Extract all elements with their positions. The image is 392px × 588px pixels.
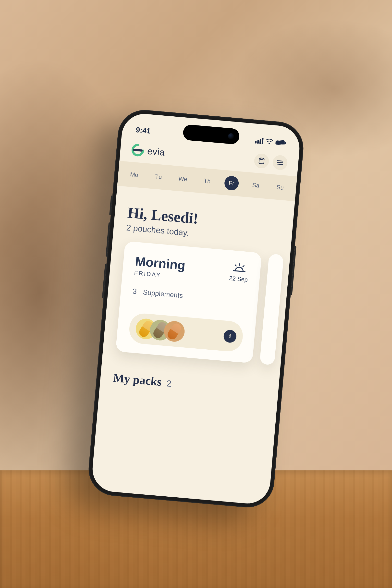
svg-line-8 xyxy=(277,164,283,165)
svg-line-10 xyxy=(240,264,240,265)
brand[interactable]: evia xyxy=(130,143,166,159)
day-tu[interactable]: Tu xyxy=(151,169,166,184)
logo-icon xyxy=(130,143,145,158)
day-th[interactable]: Th xyxy=(200,174,215,189)
supplement-label: Supplements xyxy=(142,288,183,300)
menu-icon xyxy=(276,160,284,166)
day-su[interactable]: Su xyxy=(272,180,288,195)
supplement-count: 3 xyxy=(132,287,137,296)
archive-icon xyxy=(258,157,265,165)
pouch-date: 22 Sep xyxy=(229,275,248,283)
sunrise-icon xyxy=(232,262,247,274)
day-we[interactable]: We xyxy=(175,171,190,187)
day-sa[interactable]: Sa xyxy=(248,178,264,193)
svg-line-11 xyxy=(235,265,236,266)
svg-line-7 xyxy=(277,162,283,163)
phone-frame: 9:41 xyxy=(86,108,306,510)
my-packs-count: 2 xyxy=(166,378,172,389)
svg-line-6 xyxy=(278,161,283,161)
brand-name: evia xyxy=(147,146,165,158)
svg-rect-5 xyxy=(260,158,263,160)
info-button[interactable]: i xyxy=(223,329,237,343)
pouch-card[interactable]: Morning FRIDAY 22 Sep xyxy=(116,241,262,363)
wifi-icon xyxy=(266,138,274,144)
svg-rect-3 xyxy=(285,142,286,144)
screen: 9:41 xyxy=(91,112,301,506)
status-time: 9:41 xyxy=(136,126,151,135)
pill-tray: i xyxy=(128,312,244,352)
my-packs-title: My packs xyxy=(113,371,162,388)
svg-rect-2 xyxy=(276,140,284,144)
menu-button[interactable] xyxy=(272,154,288,170)
svg-line-12 xyxy=(243,266,244,266)
battery-icon xyxy=(276,140,287,146)
signal-icon xyxy=(255,137,264,144)
day-mo[interactable]: Mo xyxy=(126,167,142,182)
archive-button[interactable] xyxy=(254,153,270,169)
day-fr[interactable]: Fr xyxy=(224,176,239,191)
pouch-card-next[interactable] xyxy=(260,254,284,365)
